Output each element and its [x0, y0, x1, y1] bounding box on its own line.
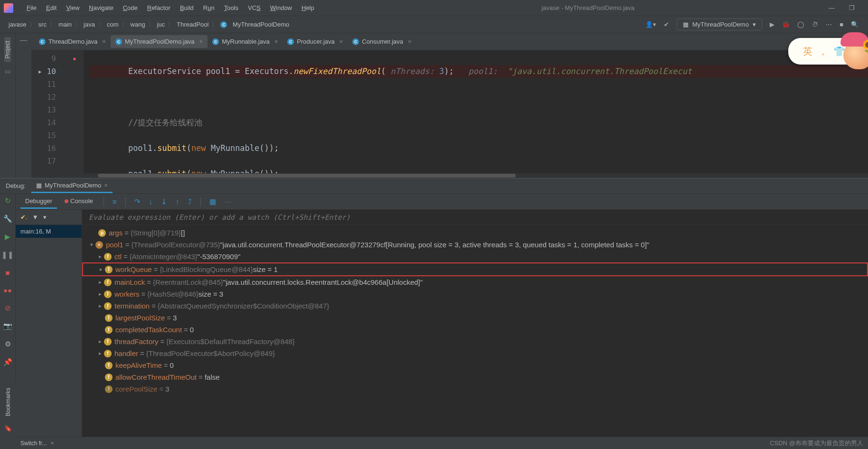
debugger-tab[interactable]: Debugger	[20, 195, 57, 209]
var-corepoolsize[interactable]: fcorePoolSize = 3	[82, 383, 868, 395]
structure-icon[interactable]: ▭	[5, 68, 10, 75]
console-tab[interactable]: Console	[60, 195, 98, 209]
var-threadfactory[interactable]: ▸fthreadFactory = {Executors$DefaultThre…	[82, 336, 868, 347]
check-icon[interactable]: ✔.	[20, 214, 28, 221]
close-icon[interactable]: ×	[104, 182, 108, 189]
crumb-root[interactable]: javase	[6, 21, 29, 28]
close-icon[interactable]: ×	[274, 38, 278, 45]
force-step-into-icon[interactable]: ⤓	[158, 197, 170, 206]
collapse-icon[interactable]: —	[20, 36, 28, 178]
resume-icon[interactable]: ▶	[5, 233, 10, 241]
pause-icon[interactable]: ❚❚	[1, 251, 14, 259]
coverage-icon[interactable]: ◯	[797, 21, 804, 28]
menu-tools[interactable]: Tools	[219, 2, 243, 13]
bookmark-icon[interactable]: 🔖	[4, 425, 12, 432]
menu-help[interactable]: Help	[297, 2, 319, 13]
project-tool-button[interactable]: Project	[4, 37, 11, 62]
var-keepalivetime[interactable]: fkeepAliveTime = 0	[82, 359, 868, 371]
crumb-class[interactable]: C MyThreadPoolDemo	[217, 21, 292, 28]
debug-panel: Debug: ▦ MyThreadPoolDemo × ↻ 🔧 ▶ ❚❚ ■ ●…	[0, 178, 868, 448]
close-icon[interactable]: ×	[199, 38, 203, 45]
var-termination[interactable]: ▸ftermination = {AbstractQueuedSynchroni…	[82, 300, 868, 312]
var-allowcorethreadtimeout[interactable]: fallowCoreThreadTimeOut = false	[82, 371, 868, 383]
close-icon[interactable]: ×	[102, 38, 106, 45]
view-breakpoints-icon[interactable]: ●●	[3, 286, 12, 294]
mute-breakpoints-icon[interactable]: ⊘	[5, 304, 11, 312]
menu-refactor[interactable]: Refactor	[142, 2, 175, 13]
run-icon[interactable]: ▶	[770, 21, 774, 28]
trace-icon[interactable]: ⋯	[222, 197, 235, 206]
switch-frame-label[interactable]: Switch fr...	[20, 440, 47, 447]
menu-window[interactable]: Window	[265, 2, 297, 13]
var-ctl[interactable]: ▸fctl = {AtomicInteger@843} "-536870909"	[82, 251, 868, 262]
run-config-selector[interactable]: ▦ MyThreadPoolDemo ▾	[677, 19, 762, 30]
menu-view[interactable]: View	[61, 2, 84, 13]
crumb[interactable]: java	[81, 21, 98, 28]
tab-mythreadpooldemo[interactable]: CMyThreadPoolDemo.java×	[111, 35, 208, 48]
tab-producer[interactable]: CProducer.java×	[283, 35, 348, 48]
show-execution-icon[interactable]: ≡	[110, 197, 120, 206]
step-out-icon[interactable]: ↑	[173, 197, 182, 206]
var-mainlock[interactable]: ▸fmainLock = {ReentrantLock@845} "java.u…	[82, 276, 868, 288]
crumb[interactable]: juc	[154, 21, 168, 28]
drop-frame-icon[interactable]: ⤴	[185, 197, 195, 206]
menu-file[interactable]: File	[22, 2, 41, 13]
tab-consumer[interactable]: CConsumer.java×	[348, 35, 416, 48]
profile-icon[interactable]: ⏱	[812, 21, 818, 28]
modify-icon[interactable]: 🔧	[3, 215, 12, 223]
pin-icon[interactable]: 📌	[3, 358, 12, 366]
app-icon: ▦	[683, 21, 689, 28]
settings-icon[interactable]: ⚙	[5, 340, 11, 348]
minimize-icon[interactable]: —	[829, 4, 835, 11]
tab-myrunnable[interactable]: CMyRunnable.java×	[208, 35, 283, 48]
crumb[interactable]: ThreadPool	[174, 21, 211, 28]
chevron-down-icon[interactable]: ▾	[43, 214, 47, 221]
step-over-icon[interactable]: ↷	[132, 197, 143, 206]
tab-threaddemo[interactable]: CThreadDemo.java×	[34, 35, 111, 48]
camera-icon[interactable]: 📷	[3, 322, 12, 330]
user-icon[interactable]: 👤▾	[645, 21, 656, 28]
horizontal-scrollbar[interactable]	[31, 173, 868, 178]
frame-item[interactable]: main:16, M	[16, 225, 82, 238]
avatar-overlay	[843, 41, 868, 69]
crumb[interactable]: com	[104, 21, 122, 28]
close-icon[interactable]: ×	[50, 440, 54, 447]
stop-icon[interactable]: ■	[840, 21, 843, 28]
menu-build[interactable]: Build	[175, 2, 198, 13]
rerun-icon[interactable]: ↻	[5, 196, 11, 205]
checkmark-icon[interactable]: ✔	[664, 21, 669, 28]
var-largestpoolsize[interactable]: flargestPoolSize = 3	[82, 312, 868, 324]
var-args[interactable]: pargs = {String[0]@719} []	[82, 227, 868, 239]
crumb[interactable]: main	[56, 21, 75, 28]
filter-icon[interactable]: ▼	[32, 214, 38, 221]
code-editor[interactable]: 9 ▸ 10 11 12 13 14 15 16 17 ● ExecutorSe…	[31, 50, 868, 173]
debug-config-tab[interactable]: ▦ MyThreadPoolDemo ×	[31, 179, 113, 193]
attach-icon[interactable]: ⋯	[826, 21, 832, 28]
evaluate-input[interactable]: Evaluate expression (Enter) or add a wat…	[82, 210, 868, 225]
var-workqueue[interactable]: ▸fworkQueue = {LinkedBlockingQueue@844} …	[82, 262, 868, 276]
maximize-icon[interactable]: ❐	[849, 4, 855, 11]
evaluate-icon[interactable]: ▦	[207, 197, 219, 206]
var-workers[interactable]: ▸fworkers = {HashSet@846} size = 3	[82, 288, 868, 300]
menu-edit[interactable]: Edit	[41, 2, 61, 13]
crumb[interactable]: src	[36, 21, 49, 28]
var-pool1[interactable]: ▾≡pool1 = {ThreadPoolExecutor@735} "java…	[82, 239, 868, 251]
menu-run[interactable]: Run	[198, 2, 219, 13]
close-icon[interactable]: ×	[340, 38, 343, 45]
close-icon[interactable]: ×	[408, 38, 412, 45]
stop-icon[interactable]: ■	[5, 269, 9, 277]
menu-vcs[interactable]: VCS	[243, 2, 265, 13]
code-content[interactable]: ExecutorService pool1 = Executors.newFix…	[84, 50, 868, 173]
search-icon[interactable]: 🔍	[851, 21, 859, 28]
bookmarks-tool-button[interactable]: Bookmarks	[5, 388, 11, 416]
run-config-label: MyThreadPoolDemo	[692, 21, 749, 28]
debug-icon[interactable]: 🐞	[782, 21, 790, 28]
var-handler[interactable]: ▸fhandler = {ThreadPoolExecutor$AbortPol…	[82, 347, 868, 359]
debug-tab-label: MyThreadPoolDemo	[45, 182, 101, 189]
menu-code[interactable]: Code	[118, 2, 142, 13]
navbar: javase〉 src〉 main〉 java〉 com〉 wang〉 juc〉…	[0, 16, 868, 33]
crumb[interactable]: wang	[128, 21, 148, 28]
var-completedtaskcount[interactable]: fcompletedTaskCount = 0	[82, 324, 868, 336]
menu-navigate[interactable]: Navigate	[84, 2, 118, 13]
step-into-icon[interactable]: ↓	[146, 197, 156, 206]
